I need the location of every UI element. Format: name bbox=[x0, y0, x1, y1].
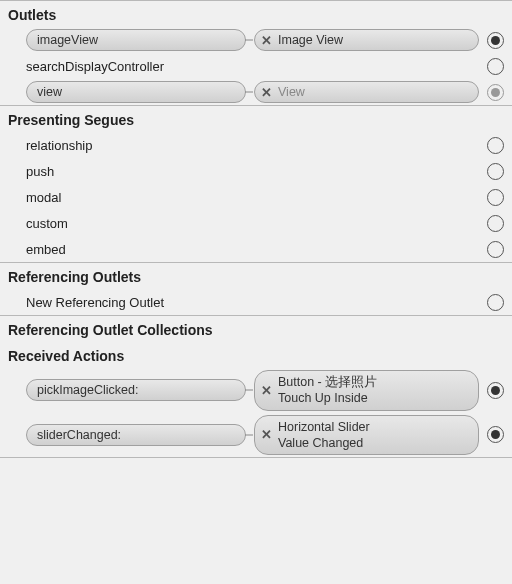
segue-label: push bbox=[26, 164, 479, 179]
action-dest-pill[interactable]: ✕ Button - 选择照片 Touch Up Inside bbox=[254, 370, 479, 411]
segue-row: embed bbox=[0, 236, 512, 262]
connection-port[interactable] bbox=[487, 163, 504, 180]
action-name-pill[interactable]: sliderChanged: bbox=[26, 424, 246, 446]
segue-label: custom bbox=[26, 216, 479, 231]
connection-port[interactable] bbox=[487, 137, 504, 154]
segue-row: modal bbox=[0, 184, 512, 210]
section-header-ref-collections: Referencing Outlet Collections bbox=[0, 316, 512, 342]
outlet-row: view ✕ View bbox=[0, 79, 512, 105]
segue-row: relationship bbox=[0, 132, 512, 158]
connection-port[interactable] bbox=[487, 241, 504, 258]
action-dest-sender: Horizontal Slider bbox=[278, 419, 370, 435]
connection-port[interactable] bbox=[487, 426, 504, 443]
action-dest-pill[interactable]: ✕ Horizontal Slider Value Changed bbox=[254, 415, 479, 456]
bottom-divider bbox=[0, 457, 512, 458]
section-outlets: Outlets imageView ✕ Image View searchDis… bbox=[0, 0, 512, 105]
action-row: sliderChanged: ✕ Horizontal Slider Value… bbox=[0, 413, 512, 458]
outlet-name: imageView bbox=[37, 33, 98, 47]
disconnect-icon[interactable]: ✕ bbox=[261, 427, 272, 442]
disconnect-icon[interactable]: ✕ bbox=[261, 383, 272, 398]
section-referencing-outlets: Referencing Outlets New Referencing Outl… bbox=[0, 262, 512, 315]
action-dest-sender: Button - 选择照片 bbox=[278, 374, 377, 390]
action-name: sliderChanged: bbox=[37, 428, 121, 442]
outlet-row: searchDisplayController bbox=[0, 53, 512, 79]
outlet-name-pill[interactable]: imageView bbox=[26, 29, 246, 51]
section-received-actions: Received Actions pickImageClicked: ✕ But… bbox=[0, 342, 512, 457]
section-header-outlets: Outlets bbox=[0, 1, 512, 27]
disconnect-icon[interactable]: ✕ bbox=[261, 85, 272, 100]
connection-port[interactable] bbox=[487, 189, 504, 206]
outlet-name: view bbox=[37, 85, 62, 99]
section-header-received: Received Actions bbox=[0, 342, 512, 368]
ref-outlet-row: New Referencing Outlet bbox=[0, 289, 512, 315]
action-name: pickImageClicked: bbox=[37, 383, 138, 397]
connection-port[interactable] bbox=[487, 215, 504, 232]
section-header-ref-outlets: Referencing Outlets bbox=[0, 263, 512, 289]
action-dest-event: Touch Up Inside bbox=[278, 390, 377, 406]
disconnect-icon[interactable]: ✕ bbox=[261, 33, 272, 48]
connection-port[interactable] bbox=[487, 294, 504, 311]
action-dest-event: Value Changed bbox=[278, 435, 370, 451]
section-header-presenting: Presenting Segues bbox=[0, 106, 512, 132]
outlet-row: imageView ✕ Image View bbox=[0, 27, 512, 53]
outlet-name-pill[interactable]: view bbox=[26, 81, 246, 103]
segue-row: push bbox=[0, 158, 512, 184]
connection-port[interactable] bbox=[487, 58, 504, 75]
connection-port[interactable] bbox=[487, 382, 504, 399]
segue-label: relationship bbox=[26, 138, 479, 153]
outlet-dest-pill[interactable]: ✕ View bbox=[254, 81, 479, 103]
action-name-pill[interactable]: pickImageClicked: bbox=[26, 379, 246, 401]
connection-port[interactable] bbox=[487, 32, 504, 49]
outlet-dest: View bbox=[278, 85, 305, 99]
outlet-name: searchDisplayController bbox=[26, 59, 479, 74]
segue-label: embed bbox=[26, 242, 479, 257]
section-referencing-outlet-collections: Referencing Outlet Collections bbox=[0, 315, 512, 342]
section-presenting-segues: Presenting Segues relationship push moda… bbox=[0, 105, 512, 262]
connection-port[interactable] bbox=[487, 84, 504, 101]
ref-outlet-label: New Referencing Outlet bbox=[26, 295, 479, 310]
action-row: pickImageClicked: ✕ Button - 选择照片 Touch … bbox=[0, 368, 512, 413]
outlet-dest: Image View bbox=[278, 33, 343, 47]
outlet-dest-pill[interactable]: ✕ Image View bbox=[254, 29, 479, 51]
segue-label: modal bbox=[26, 190, 479, 205]
segue-row: custom bbox=[0, 210, 512, 236]
